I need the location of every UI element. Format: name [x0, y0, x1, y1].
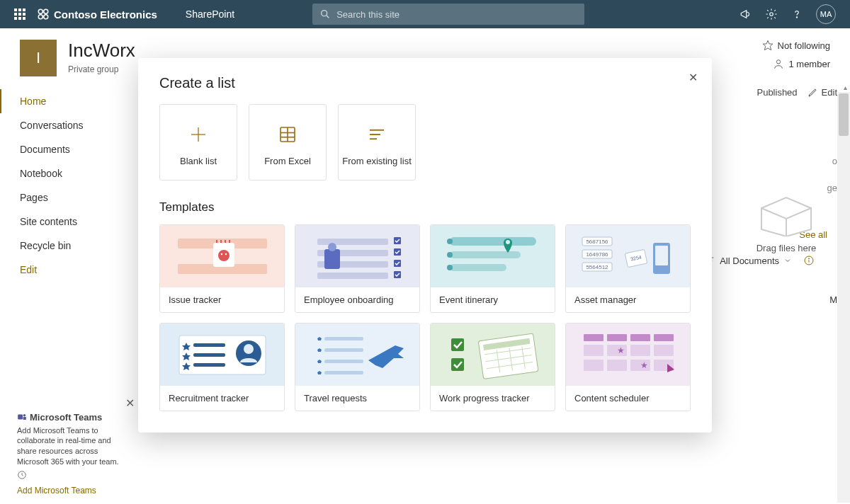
teams-promo-card: ✕ Microsoft Teams Add Microsoft Teams to…	[17, 412, 130, 496]
svg-rect-63	[655, 246, 668, 265]
person-icon	[773, 58, 784, 69]
all-documents-dropdown[interactable]: All Documents	[704, 255, 815, 266]
svg-point-15	[808, 258, 809, 259]
svg-rect-95	[584, 360, 604, 371]
template-work-progress[interactable]: Work progress tracker	[430, 323, 555, 411]
app-launcher-icon[interactable]	[6, 0, 34, 28]
nav-documents[interactable]: Documents	[0, 137, 137, 161]
svg-point-4	[322, 11, 327, 16]
template-thumb	[295, 323, 419, 386]
create-list-modal: ✕ Create a list Blank list From Excel Fr…	[138, 58, 712, 433]
bg-fragment: ge	[827, 183, 837, 193]
svg-point-53	[506, 240, 510, 244]
bg-fragment: o	[832, 156, 837, 166]
svg-point-50	[447, 239, 453, 244]
template-asset-manager[interactable]: 5687156164978655645123254 Asset manager	[565, 224, 691, 313]
svg-rect-40	[317, 273, 388, 279]
plus-icon	[188, 119, 209, 150]
svg-rect-96	[607, 360, 627, 371]
svg-rect-68	[193, 353, 225, 357]
megaphone-icon[interactable]	[740, 8, 752, 21]
info-icon[interactable]	[803, 255, 815, 266]
edit-page-button[interactable]: Edit	[808, 86, 837, 98]
template-thumb: ★★	[566, 323, 690, 386]
search-icon	[319, 8, 331, 20]
template-thumb	[431, 225, 555, 287]
svg-rect-37	[317, 239, 388, 245]
svg-rect-47	[450, 237, 536, 246]
nav-home[interactable]: Home	[0, 89, 137, 113]
template-content-scheduler[interactable]: ★★ Content scheduler	[565, 323, 691, 411]
template-event-itinerary[interactable]: Event itinerary	[430, 224, 555, 313]
svg-point-72	[244, 344, 254, 354]
modal-title: Create a list	[159, 75, 691, 91]
template-recruitment-tracker[interactable]: Recruitment tracker	[159, 323, 285, 411]
create-from-excel[interactable]: From Excel	[249, 104, 327, 181]
svg-point-0	[38, 9, 42, 13]
svg-rect-66	[193, 343, 225, 347]
scrollbar[interactable]: ▴	[837, 92, 850, 503]
svg-rect-88	[607, 334, 627, 341]
nav-pages[interactable]: Pages	[0, 185, 137, 210]
svg-point-35	[220, 253, 222, 254]
template-travel-requests[interactable]: Travel requests	[295, 323, 420, 411]
template-thumb	[431, 323, 555, 386]
star-icon	[762, 40, 774, 51]
create-blank-list[interactable]: Blank list	[159, 104, 237, 181]
site-name[interactable]: IncWorx	[68, 40, 135, 62]
svg-text:5687156: 5687156	[586, 239, 608, 245]
nav-notebook[interactable]: Notebook	[0, 161, 137, 185]
site-avatar: I	[20, 40, 57, 76]
help-icon[interactable]	[790, 8, 803, 21]
template-employee-onboarding[interactable]: Employee onboarding	[295, 224, 420, 313]
org-logo[interactable]: Contoso Electronics	[37, 8, 157, 21]
svg-point-46	[328, 243, 336, 251]
svg-text:★: ★	[640, 360, 648, 370]
svg-rect-20	[23, 417, 26, 420]
svg-marker-8	[763, 40, 772, 50]
chevron-down-icon	[783, 256, 792, 265]
svg-text:★: ★	[617, 345, 625, 355]
excel-icon	[277, 119, 298, 150]
svg-point-51	[447, 252, 453, 258]
svg-rect-74	[324, 348, 363, 352]
svg-point-19	[23, 414, 26, 417]
scrollbar-thumb[interactable]	[839, 93, 849, 136]
svg-rect-48	[450, 251, 521, 258]
suite-bar: Contoso Electronics SharePoint MA	[0, 0, 850, 28]
template-thumb	[295, 225, 419, 287]
svg-point-52	[447, 265, 453, 270]
svg-rect-45	[324, 249, 340, 269]
nav-site-contents[interactable]: Site contents	[0, 210, 137, 234]
svg-line-5	[327, 16, 329, 18]
search-input[interactable]	[336, 9, 577, 20]
site-subtitle: Private group	[68, 64, 135, 74]
close-icon[interactable]: ✕	[125, 396, 135, 410]
svg-rect-89	[630, 334, 650, 341]
app-name[interactable]: SharePoint	[186, 8, 234, 20]
left-nav: Home Conversations Documents Notebook Pa…	[0, 82, 137, 289]
nav-conversations[interactable]: Conversations	[0, 113, 137, 137]
nav-recycle-bin[interactable]: Recycle bin	[0, 234, 137, 258]
user-avatar[interactable]: MA	[816, 4, 836, 24]
template-thumb	[160, 323, 284, 386]
template-thumb: 5687156164978655645123254	[566, 225, 690, 287]
svg-rect-18	[18, 415, 23, 420]
nav-edit[interactable]: Edit	[0, 258, 137, 282]
teams-icon	[17, 412, 27, 422]
pencil-icon	[808, 86, 819, 98]
template-issue-tracker[interactable]: Issue tracker	[159, 224, 285, 313]
members-count[interactable]: 1 member	[762, 58, 830, 69]
gear-icon[interactable]	[765, 8, 778, 21]
svg-rect-70	[193, 363, 225, 367]
svg-rect-49	[450, 264, 506, 271]
create-from-existing[interactable]: From existing list	[338, 104, 416, 181]
add-teams-link[interactable]: Add Microsoft Teams	[17, 486, 96, 496]
follow-button[interactable]: Not following	[762, 40, 830, 51]
templates-heading: Templates	[159, 200, 691, 214]
close-modal-button[interactable]: ✕	[688, 71, 698, 84]
bg-fragment: M	[829, 294, 837, 305]
scroll-up-icon[interactable]: ▴	[844, 84, 847, 91]
drag-files-dropzone[interactable]: Drag files here	[751, 187, 822, 253]
search-box[interactable]	[312, 4, 584, 25]
